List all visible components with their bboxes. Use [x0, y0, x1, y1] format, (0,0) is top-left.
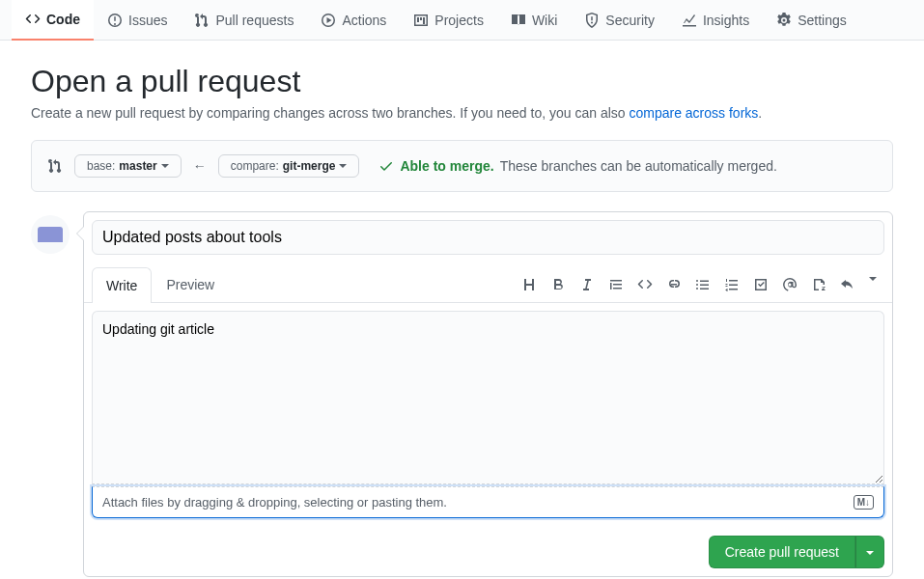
pr-body-textarea[interactable] [92, 311, 884, 484]
book-icon [511, 13, 526, 28]
tab-pulls-label: Pull requests [215, 13, 294, 28]
attach-hint: Attach files by dragging & dropping, sel… [102, 495, 447, 510]
tab-settings[interactable]: Settings [763, 0, 860, 40]
mention-icon[interactable] [782, 277, 798, 292]
avatar [31, 215, 70, 254]
tab-code-label: Code [46, 12, 80, 27]
heading-icon[interactable] [521, 277, 537, 292]
code-icon [25, 12, 41, 27]
cross-reference-icon[interactable] [811, 277, 826, 292]
list-ol-icon[interactable] [724, 277, 740, 292]
shield-icon [584, 13, 600, 28]
tab-issues-label: Issues [128, 13, 167, 28]
base-branch-button[interactable]: base: master [74, 154, 182, 178]
tab-code[interactable]: Code [12, 0, 94, 41]
md-toolbar [521, 277, 884, 292]
quote-icon[interactable] [608, 277, 624, 292]
merge-status-desc: These branches can be automatically merg… [500, 158, 777, 174]
tab-projects-label: Projects [434, 13, 484, 28]
create-pr-button[interactable]: Create pull request [709, 536, 855, 568]
issue-icon [107, 13, 123, 28]
compare-branch-button[interactable]: compare: git-merge [218, 154, 360, 178]
arrow-left-icon: ← [193, 158, 207, 174]
compare-forks-link[interactable]: compare across forks [629, 105, 758, 121]
list-ul-icon[interactable] [695, 277, 711, 292]
tab-wiki-label: Wiki [532, 13, 557, 28]
preview-tab[interactable]: Preview [152, 266, 229, 302]
project-icon [413, 13, 429, 28]
code-icon[interactable] [637, 277, 653, 292]
page-title: Open a pull request [31, 64, 893, 99]
caret-down-icon[interactable] [869, 277, 877, 281]
play-icon [321, 13, 336, 28]
link-icon[interactable] [666, 277, 682, 292]
reply-icon[interactable] [840, 277, 855, 292]
caret-down-icon [161, 164, 169, 168]
tab-insights[interactable]: Insights [668, 0, 763, 40]
create-pr-menu-button[interactable] [855, 536, 884, 568]
pr-title-input[interactable] [92, 220, 884, 255]
range-editor: base: master ← compare: git-merge Able t… [31, 140, 893, 192]
tab-actions-label: Actions [342, 13, 386, 28]
compose-box: Write Preview [83, 211, 893, 577]
graph-icon [682, 13, 697, 28]
tab-projects[interactable]: Projects [400, 0, 497, 40]
merge-status-ok: Able to merge. [400, 158, 493, 174]
tab-issues[interactable]: Issues [94, 0, 181, 40]
write-tab[interactable]: Write [92, 267, 152, 303]
git-compare-icon [47, 158, 63, 174]
caret-down-icon [866, 551, 874, 555]
tasklist-icon[interactable] [753, 277, 769, 292]
italic-icon[interactable] [579, 277, 595, 292]
tab-security-label: Security [605, 13, 655, 28]
pull-request-icon [194, 13, 210, 28]
gear-icon [776, 13, 792, 28]
bold-icon[interactable] [550, 277, 566, 292]
markdown-badge[interactable]: M↓ [854, 495, 874, 510]
tab-actions[interactable]: Actions [307, 0, 400, 40]
tab-insights-label: Insights [703, 13, 749, 28]
merge-status: Able to merge. These branches can be aut… [378, 158, 776, 174]
tab-pulls[interactable]: Pull requests [181, 0, 307, 40]
page-subtitle: Create a new pull request by comparing c… [31, 105, 893, 121]
attach-bar[interactable]: Attach files by dragging & dropping, sel… [92, 486, 884, 518]
tab-settings-label: Settings [798, 13, 847, 28]
tab-wiki[interactable]: Wiki [497, 0, 571, 40]
caret-down-icon [339, 164, 347, 168]
repo-tabnav: Code Issues Pull requests Actions Projec… [0, 0, 924, 41]
check-icon [378, 158, 394, 174]
tab-security[interactable]: Security [571, 0, 668, 40]
